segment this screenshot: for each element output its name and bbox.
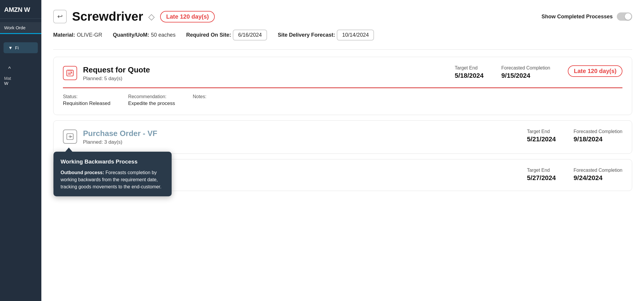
show-completed-label: Show Completed Processes [541, 14, 613, 20]
rfq-recommendation-value: Expedite the process [128, 101, 175, 106]
po-vf-forecasted: Forecasted Completion 9/18/2024 [574, 129, 622, 143]
sidebar-header: AMZN W [0, 0, 41, 19]
in-transit-target-end: Target End 5/27/2024 [527, 168, 556, 182]
quantity-value: 50 eaches [151, 32, 175, 38]
sidebar-title: AMZN W [4, 6, 30, 13]
rfq-status-block: Status: Requisition Released [63, 94, 110, 106]
rfq-expanded-row: Status: Requisition Released Recommendat… [63, 94, 622, 106]
panel-title-row: ↩ Screwdriver ◇ Late 120 day(s) [53, 9, 215, 24]
rfq-status-value: Requisition Released [63, 101, 110, 106]
back-button[interactable]: ↩ [53, 10, 67, 23]
material-item: Material: OLIVE-GR [53, 32, 102, 38]
tooltip-title: Working Backwards Process [61, 158, 165, 166]
required-label: Required On Site: [186, 32, 231, 38]
po-vf-forecasted-label: Forecasted Completion [574, 129, 622, 134]
forecast-label: Site Delivery Forecast: [278, 32, 335, 38]
rfq-target-end-label: Target End [455, 65, 484, 71]
rfq-target-end-value: 5/18/2024 [455, 72, 484, 80]
collapse-icon[interactable]: ^ [4, 64, 37, 74]
rfq-card-header: Request for Quote Planned: 5 day(s) Targ… [63, 65, 622, 82]
material-value: OLIVE-GR [77, 32, 102, 38]
quantity-label: Quantity/UoM: [113, 32, 149, 38]
warning-icon: ◇ [148, 12, 155, 22]
show-completed-toggle[interactable] [617, 12, 632, 21]
rfq-expanded: Status: Requisition Released Recommendat… [63, 88, 622, 106]
po-vf-dates: Target End 5/21/2024 Forecasted Completi… [527, 129, 622, 143]
po-vf-target-end-value: 5/21/2024 [527, 135, 556, 143]
header-divider [53, 49, 632, 50]
tooltip-bold: Outbound process: [61, 170, 104, 175]
panel-title: Screwdriver [72, 9, 143, 24]
po-vf-forecasted-value: 9/18/2024 [574, 135, 622, 143]
filter-button[interactable]: ▼ Fi [4, 42, 38, 53]
po-vf-info: Purchase Order - VF Planned: 3 day(s) [83, 129, 521, 145]
rfq-name: Request for Quote [83, 65, 449, 75]
rfq-notes-block: Notes: [193, 94, 206, 101]
process-card-rfq: Request for Quote Planned: 5 day(s) Targ… [53, 57, 632, 115]
tooltip-body: Outbound process: Forecasts completion b… [61, 169, 165, 190]
rfq-notes-label: Notes: [193, 94, 206, 99]
metadata-row: Material: OLIVE-GR Quantity/UoM: 50 each… [53, 30, 632, 41]
in-transit-target-end-label: Target End [527, 168, 556, 173]
main-content: ↩ Screwdriver ◇ Late 120 day(s) Show Com… [41, 0, 644, 301]
late-badge-header: Late 120 day(s) [160, 11, 215, 22]
forecast-item: Site Delivery Forecast: 10/14/2024 [278, 30, 374, 41]
tooltip-container: Working Backwards Process Outbound proce… [53, 152, 172, 196]
in-transit-target-end-value: 5/27/2024 [527, 174, 556, 182]
panel-header: ↩ Screwdriver ◇ Late 120 day(s) Show Com… [53, 9, 632, 24]
required-item: Required On Site: 6/16/2024 [186, 30, 267, 41]
rfq-late-badge: Late 120 day(s) [568, 65, 622, 77]
back-icon: ↩ [57, 13, 63, 20]
detail-panel: ↩ Screwdriver ◇ Late 120 day(s) Show Com… [41, 0, 644, 301]
in-transit-dates: Target End 5/27/2024 Forecasted Completi… [527, 168, 622, 182]
in-transit-forecasted-value: 9/24/2024 [574, 174, 622, 182]
mat-label: Mat [4, 76, 37, 81]
rfq-recommendation-block: Recommendation: Expedite the process [128, 94, 175, 106]
tooltip-arrow [65, 148, 72, 152]
required-date: 6/16/2024 [233, 30, 267, 41]
po-vf-icon [63, 130, 77, 144]
rfq-dates: Target End 5/18/2024 Forecasted Completi… [455, 65, 622, 80]
mat-value: W [4, 81, 37, 86]
show-completed-row: Show Completed Processes [541, 12, 632, 21]
rfq-status-label: Status: [63, 94, 110, 99]
rfq-forecasted: Forecasted Completion 9/15/2024 [501, 65, 550, 80]
rfq-forecasted-value: 9/15/2024 [501, 72, 550, 80]
tooltip-box: Working Backwards Process Outbound proce… [53, 152, 172, 196]
rfq-info: Request for Quote Planned: 5 day(s) [83, 65, 449, 82]
forecast-date: 10/14/2024 [337, 30, 374, 41]
po-vf-target-end-label: Target End [527, 129, 556, 134]
material-label: Material: [53, 32, 75, 38]
sidebar-nav: Work Orde [0, 19, 41, 38]
po-vf-card-header: Purchase Order - VF Planned: 3 day(s) Ta… [63, 129, 622, 145]
sidebar-content: ^ Mat W [0, 58, 41, 92]
po-vf-name: Purchase Order - VF [83, 129, 521, 138]
process-card-po-vf: Purchase Order - VF Planned: 3 day(s) Ta… [53, 120, 632, 154]
po-vf-target-end: Target End 5/21/2024 [527, 129, 556, 143]
rfq-target-end: Target End 5/18/2024 [455, 65, 484, 80]
rfq-recommendation-label: Recommendation: [128, 94, 175, 99]
rfq-forecasted-label: Forecasted Completion [501, 65, 550, 71]
po-vf-planned: Planned: 3 day(s) [83, 139, 521, 145]
in-transit-forecasted: Forecasted Completion 9/24/2024 [574, 168, 622, 182]
quantity-item: Quantity/UoM: 50 eaches [113, 32, 175, 38]
rfq-icon [63, 66, 77, 80]
in-transit-forecasted-label: Forecasted Completion [574, 168, 622, 173]
filter-icon: ▼ [8, 45, 13, 50]
sidebar-item-work-order[interactable]: Work Orde [0, 22, 41, 34]
rfq-planned: Planned: 5 day(s) [83, 76, 449, 82]
sidebar: AMZN W Work Orde ▼ Fi ^ Mat W [0, 0, 41, 301]
